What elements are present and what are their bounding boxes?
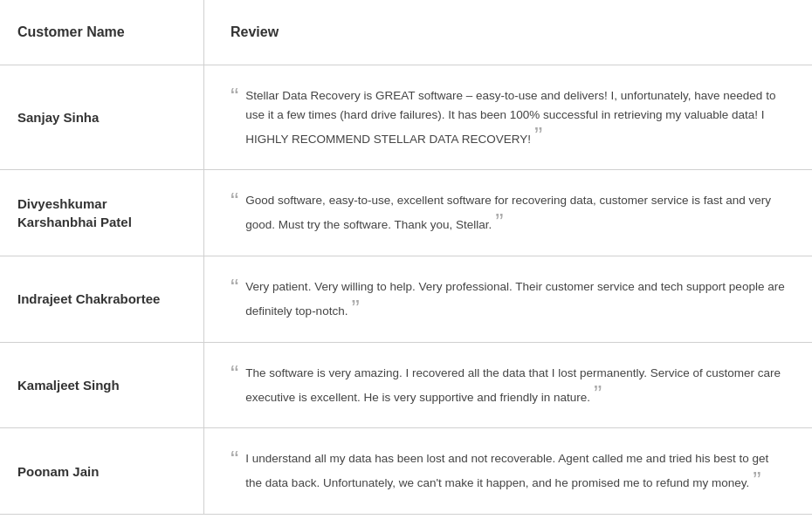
name-cell-divyeshkumar-patel: Divyeshkumar Karshanbhai Patel: [0, 170, 204, 256]
open-quote-icon-sanjay-sinha: “: [231, 85, 238, 109]
open-quote-icon-indrajeet-chakrabortee: “: [231, 276, 238, 300]
reviews-table: Customer Name Review Sanjay Sinha “ Stel…: [0, 0, 812, 515]
table-row: Kamaljeet Singh “ The software is very a…: [0, 343, 812, 429]
open-quote-icon-poonam-jain: “: [231, 447, 238, 472]
review-content-indrajeet-chakrabortee: “ Very patient. Very willing to help. Ve…: [231, 277, 786, 321]
review-text-wrap-divyeshkumar-patel: Good software, easy-to-use, excellent so…: [245, 191, 786, 235]
review-cell-divyeshkumar-patel: “ Good software, easy-to-use, excellent …: [204, 170, 812, 256]
open-quote-icon-divyeshkumar-patel: “: [231, 189, 238, 214]
name-cell-indrajeet-chakrabortee: Indrajeet Chakrabortee: [0, 256, 204, 342]
review-cell-sanjay-sinha: “ Stellar Data Recovery is GREAT softwar…: [204, 65, 812, 169]
close-quote-icon-sanjay-sinha: ”: [534, 122, 542, 149]
review-text-divyeshkumar-patel: Good software, easy-to-use, excellent so…: [245, 194, 771, 231]
review-text-wrap-sanjay-sinha: Stellar Data Recovery is GREAT software …: [245, 86, 786, 148]
name-cell-poonam-jain: Poonam Jain: [0, 428, 204, 514]
table-body: Sanjay Sinha “ Stellar Data Recovery is …: [0, 65, 812, 515]
table-row: Divyeshkumar Karshanbhai Patel “ Good so…: [0, 170, 812, 256]
table-row: Indrajeet Chakrabortee “ Very patient. V…: [0, 256, 812, 343]
table-row: Sanjay Sinha “ Stellar Data Recovery is …: [0, 65, 812, 170]
review-text-wrap-kamaljeet-singh: The software is very amazing. I recovere…: [245, 364, 786, 407]
review-content-sanjay-sinha: “ Stellar Data Recovery is GREAT softwar…: [231, 86, 786, 148]
review-text-wrap-indrajeet-chakrabortee: Very patient. Very willing to help. Very…: [245, 277, 786, 321]
close-quote-icon-indrajeet-chakrabortee: ”: [351, 295, 359, 322]
review-cell-poonam-jain: “ I understand all my data has been lost…: [204, 428, 812, 514]
customer-name-indrajeet-chakrabortee: Indrajeet Chakrabortee: [17, 290, 160, 308]
review-text-sanjay-sinha: Stellar Data Recovery is GREAT software …: [245, 89, 775, 146]
name-cell-kamaljeet-singh: Kamaljeet Singh: [0, 343, 204, 428]
review-text-wrap-poonam-jain: I understand all my data has been lost a…: [245, 449, 786, 493]
review-cell-kamaljeet-singh: “ The software is very amazing. I recove…: [204, 343, 812, 428]
header-review: Review: [204, 0, 812, 65]
review-text-kamaljeet-singh: The software is very amazing. I recovere…: [245, 366, 781, 404]
customer-name-poonam-jain: Poonam Jain: [17, 462, 99, 481]
customer-name-header-label: Customer Name: [17, 24, 125, 39]
name-cell-sanjay-sinha: Sanjay Sinha: [0, 65, 204, 169]
review-content-poonam-jain: “ I understand all my data has been lost…: [231, 449, 786, 493]
review-cell-indrajeet-chakrabortee: “ Very patient. Very willing to help. Ve…: [204, 256, 812, 342]
close-quote-icon-poonam-jain: ”: [753, 467, 760, 494]
table-header: Customer Name Review: [0, 0, 812, 65]
close-quote-icon-divyeshkumar-patel: ”: [495, 208, 503, 236]
review-header-label: Review: [231, 24, 279, 39]
review-text-poonam-jain: I understand all my data has been lost a…: [245, 452, 768, 489]
table-row: Poonam Jain “ I understand all my data h…: [0, 428, 812, 515]
customer-name-divyeshkumar-patel: Divyeshkumar Karshanbhai Patel: [17, 195, 186, 231]
review-content-divyeshkumar-patel: “ Good software, easy-to-use, excellent …: [231, 191, 786, 235]
header-customer-name: Customer Name: [0, 0, 204, 65]
customer-name-kamaljeet-singh: Kamaljeet Singh: [17, 376, 120, 394]
review-content-kamaljeet-singh: “ The software is very amazing. I recove…: [231, 364, 786, 407]
open-quote-icon-kamaljeet-singh: “: [231, 362, 238, 386]
review-text-indrajeet-chakrabortee: Very patient. Very willing to help. Very…: [245, 280, 784, 318]
close-quote-icon-kamaljeet-singh: ”: [594, 380, 602, 407]
customer-name-sanjay-sinha: Sanjay Sinha: [17, 108, 99, 126]
